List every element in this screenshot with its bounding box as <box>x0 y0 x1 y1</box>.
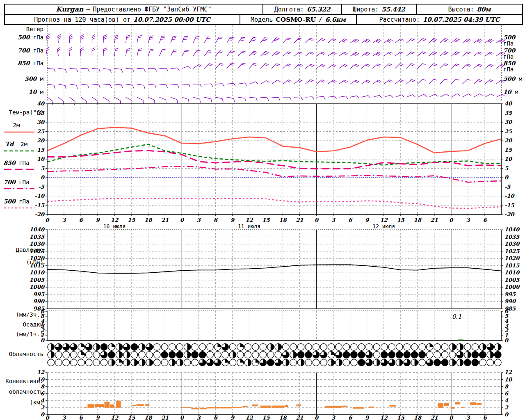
conv-bar <box>105 402 110 408</box>
wind-level-label-700hpa-right: 700 гПа <box>503 48 525 60</box>
conv-bar <box>87 404 94 408</box>
wind-level-label-10m: 10 м <box>0 89 43 95</box>
svg-text:40: 40 <box>504 100 513 107</box>
temp-legend-500hpa: 500 гПа <box>0 199 33 205</box>
conv-bar <box>389 405 395 406</box>
svg-text:0: 0 <box>504 174 509 180</box>
svg-text:1030: 1030 <box>504 241 520 247</box>
conv-bar <box>145 404 149 406</box>
conv-bar <box>444 403 449 406</box>
svg-text:18: 18 <box>279 415 287 420</box>
svg-text:9: 9 <box>96 415 100 420</box>
svg-text:3: 3 <box>197 217 201 223</box>
conv-bar <box>200 408 207 409</box>
wind-barbs-row-4 <box>47 79 504 89</box>
svg-text:15: 15 <box>128 415 135 420</box>
pressure-curve <box>47 265 502 273</box>
svg-text:0: 0 <box>315 217 319 223</box>
conv-bar <box>285 405 288 407</box>
svg-text:1040: 1040 <box>30 226 45 233</box>
svg-text:5: 5 <box>504 165 509 171</box>
svg-text:995: 995 <box>33 291 45 297</box>
svg-text:-20: -20 <box>504 211 515 217</box>
wind-level-label-500m-right: 500 м <box>503 76 525 82</box>
svg-text:18: 18 <box>414 217 422 223</box>
conv-bar <box>353 407 364 409</box>
wind-level-label-850hpa-right: 850 гПа <box>503 60 525 73</box>
svg-text:9: 9 <box>231 415 235 420</box>
svg-text:-5: -5 <box>39 184 45 190</box>
conv-panel-title-2: облачность <box>0 389 43 395</box>
svg-text:15: 15 <box>37 147 45 153</box>
svg-text:-20: -20 <box>35 211 45 217</box>
svg-text:9: 9 <box>365 217 370 223</box>
precip-panel: 001122334455660.1 <box>41 308 509 343</box>
svg-text:1035: 1035 <box>504 234 520 240</box>
wind-level-label-500hpa: 500 гПа <box>0 34 43 41</box>
svg-text:9: 9 <box>96 217 100 223</box>
conv-panel: 0022446688101012120369121518210369121518… <box>37 369 513 420</box>
cloud-row-3 <box>48 359 501 366</box>
svg-text:990: 990 <box>33 298 45 304</box>
cloud-row-2 <box>48 352 501 358</box>
svg-text:21: 21 <box>431 415 438 420</box>
temp-legend-700hpa: 700 гПа <box>0 179 33 185</box>
svg-text:9: 9 <box>365 415 370 420</box>
wind-barbs-row-1 <box>47 34 505 43</box>
conv-bar <box>221 407 232 408</box>
conv-bar <box>451 407 455 409</box>
wind-level-label-850hpa: 850 гПа <box>0 60 43 66</box>
svg-text:21: 21 <box>431 217 438 223</box>
svg-text:6: 6 <box>214 217 218 223</box>
svg-text:25: 25 <box>37 128 45 135</box>
svg-text:6: 6 <box>214 415 218 420</box>
conv-bar <box>182 407 191 408</box>
cloud-panel-title: Облачность <box>0 351 43 357</box>
svg-text:21: 21 <box>161 217 169 223</box>
svg-text:1020: 1020 <box>504 255 520 261</box>
svg-text:12: 12 <box>380 217 388 223</box>
svg-text:0: 0 <box>504 411 509 418</box>
svg-text:10: 10 <box>504 377 513 383</box>
precip-annotation: 0.1 <box>452 313 462 320</box>
temp-series-2 <box>47 144 502 165</box>
svg-text:3: 3 <box>62 217 66 223</box>
svg-text:12: 12 <box>380 415 388 420</box>
conv-bar <box>116 401 121 408</box>
svg-text:0: 0 <box>449 217 454 223</box>
svg-text:-10: -10 <box>35 193 45 199</box>
temp-series-1 <box>47 128 502 153</box>
svg-text:-5: -5 <box>504 184 511 190</box>
svg-text:1015: 1015 <box>504 262 520 269</box>
svg-text:1030: 1030 <box>30 241 45 247</box>
svg-text:35: 35 <box>504 110 512 116</box>
svg-text:3: 3 <box>331 415 336 420</box>
svg-text:12 июля: 12 июля <box>372 223 395 229</box>
temp-legend-td2m: Td 2м <box>0 141 33 147</box>
svg-text:21: 21 <box>161 415 169 420</box>
svg-text:990: 990 <box>504 298 516 304</box>
conv-bar <box>252 404 258 406</box>
conv-panel-unit: (км) <box>0 399 43 406</box>
svg-text:12: 12 <box>111 415 119 420</box>
svg-text:15: 15 <box>262 415 270 420</box>
conv-bar <box>272 406 284 408</box>
conv-bar <box>296 404 301 406</box>
svg-text:3: 3 <box>466 415 470 420</box>
svg-text:18: 18 <box>414 415 422 420</box>
svg-text:15: 15 <box>397 217 405 223</box>
svg-text:10: 10 <box>504 156 513 162</box>
temp-series-5 <box>47 198 502 208</box>
svg-text:1000: 1000 <box>504 284 520 290</box>
svg-text:25: 25 <box>504 128 512 135</box>
svg-text:6: 6 <box>483 217 487 223</box>
temp-legend-2m: 2м <box>0 122 33 128</box>
svg-text:0: 0 <box>45 217 50 223</box>
precip-panel-title: Осадки <box>0 322 43 328</box>
meteogram-plot: -20-20-15-15-10-10-5-5005510101515202025… <box>0 0 525 420</box>
svg-text:18: 18 <box>144 217 153 223</box>
conv-bar <box>132 405 136 406</box>
svg-text:18: 18 <box>144 415 153 420</box>
conv-bar <box>136 404 144 406</box>
svg-text:12: 12 <box>111 217 119 223</box>
